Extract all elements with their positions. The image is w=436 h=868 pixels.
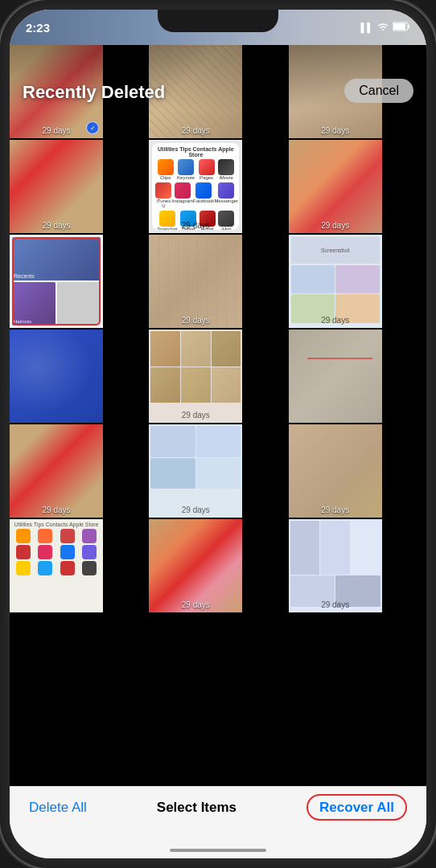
days-label: 29 days bbox=[149, 411, 242, 420]
photo-cell[interactable]: 29 days bbox=[149, 519, 242, 612]
photo-cell[interactable]: 29 days bbox=[10, 140, 103, 233]
days-label: 29 days bbox=[289, 221, 382, 230]
select-circle: ✓ bbox=[86, 121, 99, 134]
home-indicator bbox=[170, 849, 266, 852]
svg-rect-1 bbox=[408, 25, 409, 28]
days-label: 29 days bbox=[149, 600, 242, 609]
photo-cell[interactable]: 29 days bbox=[149, 424, 242, 518]
phone-screen: 2:23 ▌▌ 29 days ✓ bbox=[10, 10, 426, 858]
days-label: 29 days bbox=[289, 316, 382, 325]
photo-cell[interactable] bbox=[10, 330, 103, 423]
recover-all-button[interactable]: Recover All bbox=[306, 800, 407, 816]
photo-cell[interactable] bbox=[289, 330, 382, 423]
wifi-icon bbox=[376, 22, 389, 33]
phone-frame: 2:23 ▌▌ 29 days ✓ bbox=[0, 0, 436, 868]
cancel-button[interactable]: Cancel bbox=[344, 79, 413, 103]
days-label: 29 days bbox=[289, 126, 382, 135]
signal-icon: ▌▌ bbox=[360, 23, 373, 32]
svg-rect-2 bbox=[393, 23, 405, 30]
photo-cell[interactable]: Utilities Tips Contacts Apple Store bbox=[10, 519, 103, 612]
status-time: 2:23 bbox=[26, 21, 50, 35]
status-icons: ▌▌ bbox=[360, 22, 410, 33]
days-label: 29 days bbox=[149, 316, 242, 325]
delete-all-button[interactable]: Delete All bbox=[29, 800, 87, 816]
header-overlay: Recently Deleted Cancel bbox=[10, 45, 426, 109]
days-label: 29 days bbox=[10, 506, 103, 514]
days-label: 29 days bbox=[289, 600, 382, 609]
select-items-label: Select Items bbox=[157, 800, 237, 816]
days-label: 29 days bbox=[10, 221, 103, 230]
photo-cell[interactable]: 29 days bbox=[149, 235, 242, 328]
days-label: 29 days bbox=[149, 506, 242, 514]
photo-cell[interactable]: 29 days bbox=[289, 519, 382, 612]
photo-grid: 29 days ✓ 29 days 29 days 29 days bbox=[10, 45, 426, 786]
battery-icon bbox=[393, 22, 410, 33]
days-label: 29 days bbox=[289, 506, 382, 514]
days-label: 29 days bbox=[149, 126, 242, 135]
photo-cell[interactable]: 29 days bbox=[149, 330, 242, 423]
photo-cell[interactable]: 29 days bbox=[289, 140, 382, 233]
recover-all-label: Recover All bbox=[306, 794, 407, 821]
status-bar-bg: 2:23 ▌▌ bbox=[10, 10, 426, 45]
photo-cell-recents[interactable]: Recents Haircuts bbox=[10, 235, 103, 328]
bottom-toolbar: Delete All Select Items Recover All bbox=[10, 786, 426, 858]
photo-cell[interactable]: Utilities Tips Contacts Apple Store Clip… bbox=[149, 140, 242, 233]
photo-cell[interactable]: 29 days bbox=[289, 424, 382, 518]
photo-cell[interactable]: 29 days bbox=[10, 424, 103, 518]
photo-cell[interactable]: Screenshot 29 days bbox=[289, 235, 382, 328]
days-label: 29 days bbox=[149, 221, 242, 230]
page-title: Recently Deleted bbox=[23, 82, 165, 103]
